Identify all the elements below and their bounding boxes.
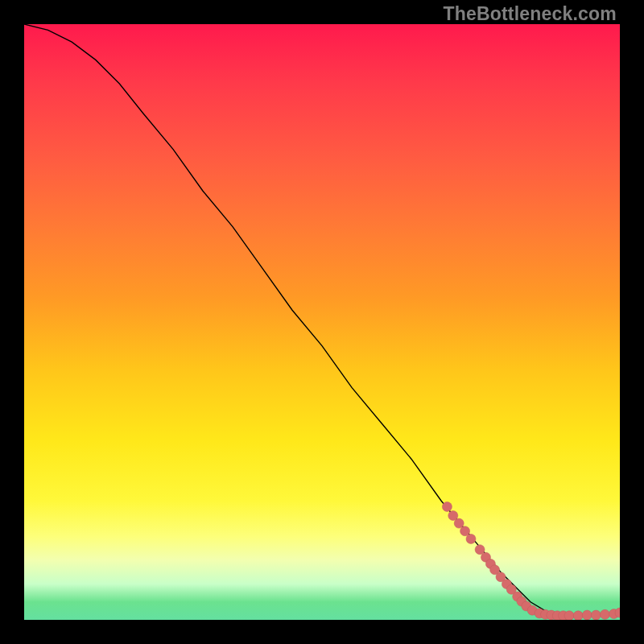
data-point [442, 502, 452, 511]
chart-stage: TheBottleneck.com [0, 0, 644, 644]
plot-area [24, 24, 620, 620]
data-point [601, 609, 610, 619]
curve-line [24, 24, 620, 616]
data-point [564, 611, 574, 620]
watermark-text: TheBottleneck.com [443, 3, 617, 25]
data-point [582, 610, 592, 620]
data-point [475, 545, 485, 555]
data-point [466, 534, 476, 543]
data-point [591, 610, 601, 620]
data-point [454, 518, 464, 528]
data-point [460, 526, 470, 536]
data-point [448, 511, 458, 521]
data-point [573, 611, 583, 620]
chart-svg [24, 24, 620, 620]
